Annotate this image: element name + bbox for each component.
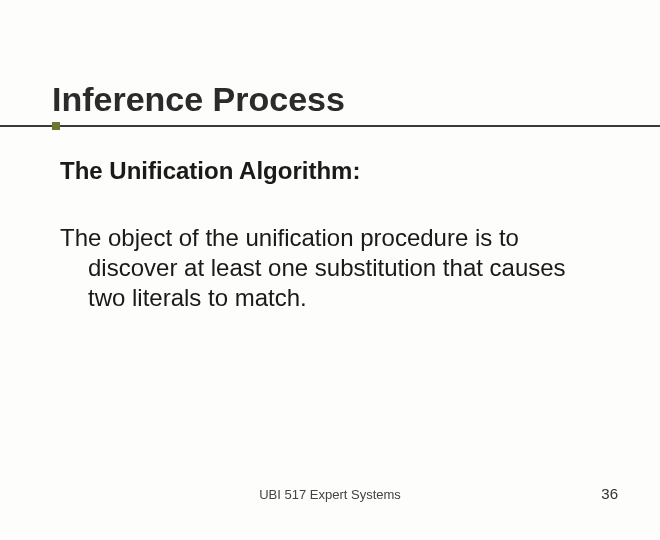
slide: Inference Process The Unification Algori… [0,0,660,540]
rule-line [0,125,660,127]
slide-subheading: The Unification Algorithm: [60,157,608,185]
slide-title: Inference Process [52,80,608,119]
body-paragraph: The object of the unification procedure … [60,223,600,313]
footer-text: UBI 517 Expert Systems [0,487,660,502]
title-rule [52,125,608,135]
page-number: 36 [601,485,618,502]
slide-body: The object of the unification procedure … [60,223,600,313]
rule-accent-box [52,122,60,130]
